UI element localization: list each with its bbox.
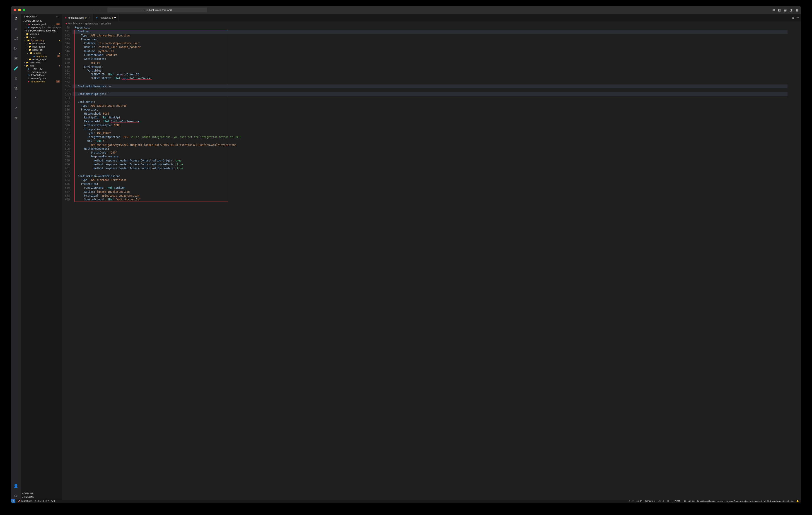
code-editor[interactable]: 7854154254354454554654754854955055155255… bbox=[62, 26, 801, 499]
eol-status[interactable]: LF bbox=[667, 500, 670, 502]
layout-left-icon[interactable]: ◧ bbox=[778, 8, 781, 12]
project-section[interactable]: ⌄FCJ-BOOK-STORE-SAM-WS3 bbox=[21, 29, 62, 32]
tree-item[interactable]: ⓘREADME.md bbox=[21, 73, 62, 77]
close-window[interactable] bbox=[13, 9, 16, 11]
code-line[interactable] bbox=[72, 81, 787, 85]
code-line[interactable]: Principal: apigateway.amazonaws.com bbox=[72, 194, 787, 198]
code-line[interactable]: Type: AWS::Serverless::Function bbox=[72, 34, 787, 38]
tree-item[interactable]: ›📁events bbox=[21, 35, 62, 39]
code-line[interactable]: Type: AWS_PROXY bbox=[72, 131, 787, 135]
open-editor-item[interactable]: ×◆register.pyfcj-book-shop/register1 bbox=[21, 26, 62, 29]
breadcrumb-item[interactable]: ◆ template.yaml bbox=[65, 22, 82, 25]
tree-item[interactable]: ›📁book_delete bbox=[21, 45, 62, 48]
code-line[interactable]: Action: lambda:InvokeFunction bbox=[72, 190, 787, 194]
code-line[interactable]: ConfirmApiResource: ⋯ bbox=[72, 85, 787, 88]
check-icon[interactable]: ✓ bbox=[13, 105, 19, 111]
run-debug-icon[interactable]: ▷ bbox=[13, 46, 19, 51]
tree-item[interactable]: ›📁book_create bbox=[21, 42, 62, 45]
code-line[interactable]: Properties: bbox=[72, 182, 787, 186]
code-line[interactable]: CodeUri: fcj-book-shop/confirm_user bbox=[72, 41, 787, 45]
command-center[interactable]: ⌕ fcj-book-store-sam-ws3 bbox=[107, 7, 207, 12]
code-line[interactable]: Type: AWS::ApiGateway::Method bbox=[72, 104, 787, 108]
bell-icon[interactable]: 🔔 bbox=[796, 500, 799, 502]
sync-icon[interactable]: ↻ bbox=[13, 96, 19, 101]
breadcrumb-item[interactable]: {} Resources bbox=[85, 23, 98, 25]
code-line[interactable]: Architectures: bbox=[72, 57, 787, 61]
breadcrumb-item[interactable]: {} Confirm bbox=[101, 23, 111, 25]
more-icon[interactable]: ⋯ bbox=[56, 16, 59, 18]
schema-status[interactable]: https://raw.githubusercontent.com/yannh/… bbox=[697, 500, 793, 502]
tree-item[interactable]: ›📁tests● bbox=[21, 64, 62, 67]
tab-ellipsis-icon[interactable]: ⋯ bbox=[796, 16, 799, 19]
code-line[interactable]: CLIENT_SECRET: !Ref cognitoClientSecret bbox=[72, 77, 787, 81]
maximize-window[interactable] bbox=[23, 9, 25, 11]
tree-item[interactable]: ›📁.aws-sam bbox=[21, 32, 62, 35]
nav-forward[interactable]: → bbox=[97, 8, 103, 12]
python-icon[interactable]: ≋ bbox=[13, 116, 19, 121]
code-line[interactable]: MethodResponses: bbox=[72, 147, 787, 151]
ports-status[interactable]: ⇋ 0 bbox=[51, 500, 55, 502]
code-line[interactable]: AuthorizationType: NONE bbox=[72, 123, 787, 127]
testing-icon[interactable]: 🧪 bbox=[13, 66, 19, 71]
layout-bottom-icon[interactable]: ⬓ bbox=[784, 8, 787, 12]
code-line[interactable]: ResourceId: !Ref ConfirmApiResource bbox=[72, 120, 787, 123]
code-line[interactable] bbox=[72, 170, 787, 174]
code-line[interactable]: Integration: bbox=[72, 127, 787, 131]
diagnostics-status[interactable]: ⊗ 85 ⚠ 1 ⓘ 2 bbox=[34, 499, 49, 503]
code-line[interactable]: Resources: bbox=[72, 26, 787, 30]
code-line[interactable]: - StatusCode: "200" bbox=[72, 151, 787, 155]
remote-icon[interactable]: ⎚ bbox=[13, 75, 19, 81]
code-line[interactable]: ResponseParameters: bbox=[72, 155, 787, 158]
code-line[interactable]: method.response.header.Access-Control-Al… bbox=[72, 166, 787, 170]
code-line[interactable]: Handler: confirm_user.lambda_handler bbox=[72, 45, 787, 49]
minimize-window[interactable] bbox=[18, 9, 21, 11]
code-line[interactable]: method.response.header.Access-Control-Al… bbox=[72, 159, 787, 162]
source-control-icon[interactable]: ⎇ bbox=[13, 36, 19, 41]
editor-tab[interactable]: ◆register.py 1 bbox=[93, 14, 119, 21]
code-line[interactable]: Properties: bbox=[72, 38, 787, 41]
nav-back[interactable]: ← bbox=[91, 8, 96, 12]
tree-item[interactable]: ›📁books_list bbox=[21, 48, 62, 52]
code-line[interactable]: CLIENT_ID: !Ref cognitoClientID bbox=[72, 73, 787, 77]
explorer-icon[interactable]: 🗎 bbox=[13, 16, 18, 21]
launchpad-status[interactable]: 🚀 Launchpad bbox=[18, 500, 32, 502]
golive-status[interactable]: ⦿ Go Live bbox=[684, 500, 695, 502]
tree-item[interactable]: ◆__init__.py bbox=[21, 67, 62, 70]
remote-indicator[interactable]: ⟲ bbox=[11, 499, 16, 504]
cursor-position[interactable]: Ln 541, Col 11 bbox=[628, 500, 642, 502]
beaker-icon[interactable]: ⚗ bbox=[13, 86, 19, 91]
code-line[interactable]: FunctionName: !Ref Confirm bbox=[72, 186, 787, 190]
code-line[interactable]: Variables: bbox=[72, 69, 787, 73]
open-editor-item[interactable]: ×◆template.yaml9+ bbox=[21, 23, 62, 26]
breadcrumb[interactable]: ◆ template.yaml›{} Resources›{} Confirm bbox=[62, 21, 801, 26]
code-line[interactable]: ConfirmApiInvokePermission: bbox=[72, 174, 787, 178]
code-line[interactable]: RestApiId: !Ref BookApi bbox=[72, 116, 787, 120]
tree-item[interactable]: ⚙samconfig.toml bbox=[21, 77, 62, 80]
code-line[interactable]: Confirm: bbox=[72, 30, 787, 33]
code-line[interactable]: Type: AWS::Lambda::Permission bbox=[72, 178, 787, 182]
code-line[interactable]: Runtime: python3.11 bbox=[72, 49, 787, 53]
accounts-icon[interactable]: 👤 bbox=[13, 483, 19, 489]
code-line[interactable]: SourceAccount: !Ref "AWS::AccountId" bbox=[72, 198, 787, 202]
tree-item[interactable]: ⌄📁fcj-book-shop● bbox=[21, 39, 62, 42]
tree-item[interactable]: ›📁hello_world bbox=[21, 61, 62, 64]
search-icon[interactable]: ⌕ bbox=[13, 26, 19, 31]
editor-tab[interactable]: ◆template.yaml 9+× bbox=[62, 14, 93, 21]
code-line[interactable] bbox=[72, 88, 787, 92]
outline-section[interactable]: ›OUTLINE bbox=[21, 492, 62, 495]
code-line[interactable]: FunctionName: confirm bbox=[72, 53, 787, 57]
tree-item[interactable]: ⌄📁register● bbox=[21, 52, 62, 55]
code-line[interactable]: ConfirmApi: bbox=[72, 100, 787, 104]
layout-right-icon[interactable]: ◨ bbox=[790, 8, 792, 12]
code-line[interactable]: arn:aws:apigateway:${AWS::Region}:lambda… bbox=[72, 143, 787, 147]
code-line[interactable]: ConfirmApiOptions: ⋯ bbox=[72, 92, 787, 96]
settings-icon[interactable]: ⚙ bbox=[13, 493, 19, 499]
tab-more-icon[interactable]: ▦ bbox=[792, 16, 794, 19]
code-line[interactable]: HttpMethod: POST bbox=[72, 112, 787, 116]
code-line[interactable]: Properties: bbox=[72, 108, 787, 112]
layout-full-icon[interactable]: ▦ bbox=[796, 8, 799, 12]
tree-item[interactable]: ◌.python-version bbox=[21, 70, 62, 73]
code-line[interactable]: Environment: bbox=[72, 65, 787, 69]
timeline-section[interactable]: ›TIMELINE bbox=[21, 495, 62, 499]
encoding-status[interactable]: UTF-8 bbox=[658, 500, 664, 502]
